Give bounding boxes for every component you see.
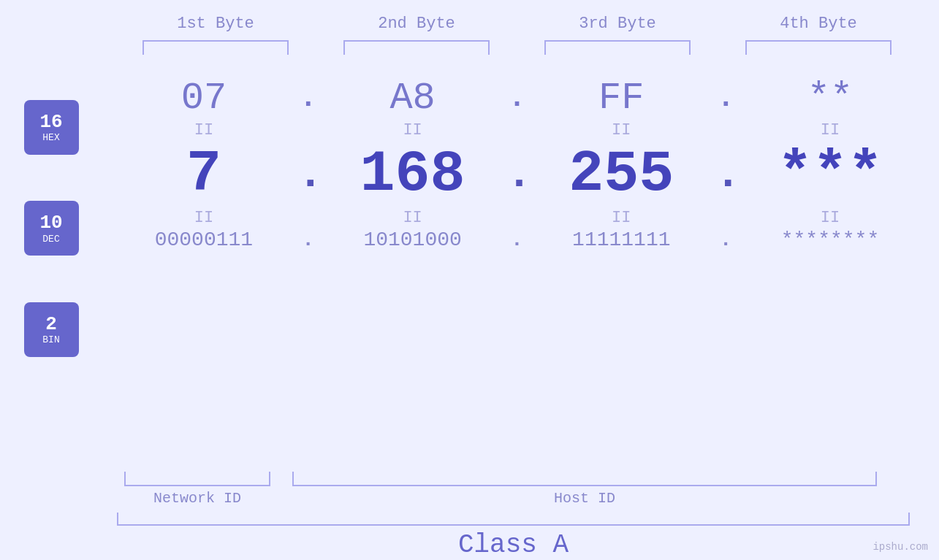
bin-val-4: ******** — [750, 229, 911, 251]
dot-dec-3: . — [715, 150, 737, 199]
host-id-bracket — [292, 472, 877, 486]
eq1-2: II — [332, 121, 493, 139]
dec-badge-number: 10 — [39, 212, 62, 234]
equals-row-2: II II II II — [95, 207, 939, 229]
byte2-header: 2nd Byte — [336, 15, 497, 33]
dot-bin-1: . — [297, 229, 319, 251]
class-section: Class A — [117, 513, 939, 560]
bracket-top-2 — [343, 40, 490, 55]
class-label: Class A — [117, 530, 910, 560]
badges-column: 16 HEX 10 DEC 2 BIN — [0, 69, 95, 468]
byte-headers-row: 1st Byte 2nd Byte 3rd Byte 4th Byte — [115, 15, 919, 33]
bin-badge-number: 2 — [45, 314, 57, 335]
eq1-3: II — [541, 121, 702, 139]
bin-val-3: 11111111 — [541, 229, 702, 251]
dot-bin-2: . — [506, 229, 528, 251]
hex-val-3: FF — [541, 77, 702, 120]
byte4-header: 4th Byte — [738, 15, 899, 33]
hex-badge-number: 16 — [39, 112, 62, 133]
hex-val-4: ** — [750, 77, 911, 120]
dec-val-1: 7 — [123, 141, 284, 207]
dot-hex-3: . — [715, 82, 737, 115]
bottom-brackets-row — [95, 472, 899, 486]
dot-dec-2: . — [506, 150, 528, 199]
bin-badge: 2 BIN — [24, 302, 79, 357]
bin-val-2: 10101000 — [332, 229, 493, 251]
eq1-4: II — [750, 121, 911, 139]
eq2-4: II — [750, 209, 911, 227]
top-brackets — [115, 40, 919, 55]
bin-row: 00000111 . 10101000 . 11111111 . *******… — [95, 229, 939, 251]
eq2-2: II — [332, 209, 493, 227]
bin-val-1: 00000111 — [123, 229, 284, 251]
eq1-1: II — [123, 121, 284, 139]
equals-row-1: II II II II — [95, 120, 939, 141]
dec-badge: 10 DEC — [24, 201, 79, 256]
bracket-top-1 — [142, 40, 289, 55]
hex-val-2: A8 — [332, 77, 493, 120]
dot-bin-3: . — [715, 229, 737, 251]
hex-val-1: 07 — [123, 77, 284, 120]
class-bracket — [117, 513, 910, 526]
hex-badge-label: HEX — [42, 132, 59, 143]
dot-hex-1: . — [297, 82, 319, 115]
dec-val-3: 255 — [541, 141, 702, 207]
id-labels-row: Network ID Host ID — [95, 490, 899, 507]
dec-val-2: 168 — [332, 141, 493, 207]
dot-hex-2: . — [506, 82, 528, 115]
dot-dec-1: . — [297, 150, 319, 199]
hex-row: 07 . A8 . FF . ** — [95, 77, 939, 120]
bin-badge-label: BIN — [42, 334, 59, 345]
network-id-label: Network ID — [124, 490, 270, 507]
dec-badge-label: DEC — [42, 234, 59, 245]
host-id-label: Host ID — [292, 490, 877, 507]
dec-row: 7 . 168 . 255 . *** — [95, 141, 939, 207]
values-grid: 07 . A8 . FF . ** II II — [95, 69, 939, 468]
bottom-section: Network ID Host ID Class A — [0, 472, 939, 560]
watermark: ipshu.com — [873, 541, 928, 553]
byte1-header: 1st Byte — [135, 15, 296, 33]
network-id-bracket — [124, 472, 270, 486]
byte3-header: 3rd Byte — [537, 15, 698, 33]
dec-val-4: *** — [750, 141, 911, 207]
content-area: 16 HEX 10 DEC 2 BIN 07 . A8 — [0, 69, 939, 468]
eq2-3: II — [541, 209, 702, 227]
hex-badge: 16 HEX — [24, 100, 79, 155]
bracket-top-3 — [544, 40, 691, 55]
bracket-top-4 — [745, 40, 892, 55]
eq2-1: II — [123, 209, 284, 227]
main-container: 1st Byte 2nd Byte 3rd Byte 4th Byte 16 H… — [0, 0, 939, 560]
